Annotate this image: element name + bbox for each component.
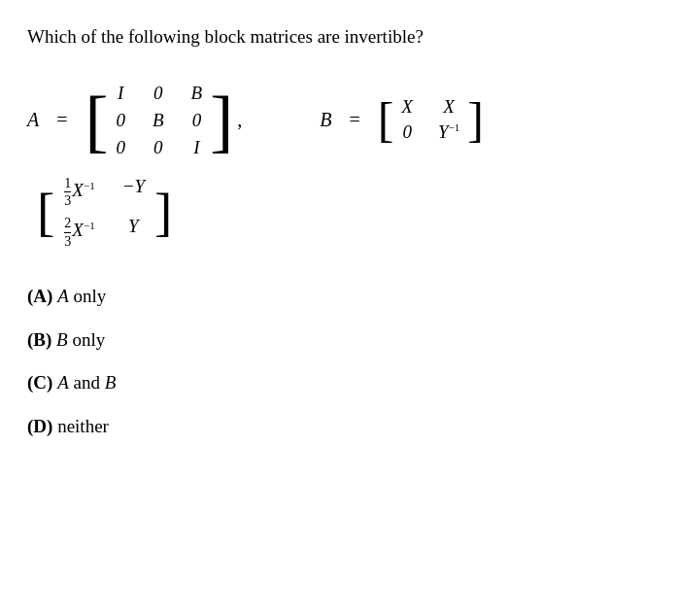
choice-b-label: (B) — [27, 329, 51, 350]
r22: Y — [122, 216, 145, 249]
bracket-right-a: ] — [210, 86, 233, 155]
matrix-b-label: B — [320, 109, 331, 131]
matrices-row: A = [ I 0 B 0 B 0 0 0 I ] , B = [ X — [27, 79, 653, 162]
a31: 0 — [116, 137, 125, 158]
choice-a-text: A only — [57, 286, 106, 306]
a12: 0 — [153, 83, 164, 104]
matrix-a-expr: A = [ I 0 B 0 B 0 0 0 I ] , — [27, 79, 242, 162]
r11: 13X−1 — [64, 176, 94, 209]
choices: (A) A only (B) B only (C) A and B (D) ne… — [27, 284, 653, 439]
matrix-a-label: A — [27, 109, 39, 131]
bracket-right-b: ] — [467, 95, 484, 144]
bracket-left-b: [ — [378, 95, 394, 144]
result-matrix: [ 13X−1 −Y 23X−1 Y ] — [37, 170, 653, 256]
matrix-b-wrap: [ X X 0 Y−1 ] — [378, 92, 484, 147]
choice-d: (D) neither — [27, 414, 653, 440]
matrix-a-grid: I 0 B 0 B 0 0 0 I — [108, 79, 210, 162]
choice-c-text: A and B — [57, 372, 116, 393]
choice-d-label: (D) — [27, 416, 52, 436]
b11: X — [401, 96, 413, 118]
choice-b: (B) B only — [27, 327, 653, 354]
result-grid: 13X−1 −Y 23X−1 Y — [54, 170, 154, 256]
a22: B — [153, 110, 164, 131]
r12: −Y — [122, 176, 145, 209]
b22: Y−1 — [438, 121, 459, 143]
a11: I — [116, 83, 125, 104]
choice-c: (C) A and B — [27, 370, 653, 396]
bracket-right-r: ] — [154, 186, 172, 239]
matrix-b-expr: B = [ X X 0 Y−1 ] — [320, 92, 484, 147]
a32: 0 — [153, 137, 164, 158]
choice-a-label: (A) — [27, 286, 52, 306]
a23: 0 — [191, 110, 203, 131]
equals-b: = — [349, 109, 359, 131]
a33: I — [191, 137, 203, 158]
bracket-left-a: [ — [85, 86, 109, 155]
r21: 23X−1 — [64, 216, 94, 249]
bracket-left-r: [ — [37, 186, 54, 239]
result-wrap: [ 13X−1 −Y 23X−1 Y ] — [37, 170, 172, 256]
equals-a: = — [56, 109, 67, 131]
b21: 0 — [401, 121, 413, 143]
question-text: Which of the following block matrices ar… — [27, 23, 653, 51]
choice-b-text: B only — [56, 329, 105, 350]
a21: 0 — [116, 110, 125, 131]
matrix-a-wrap: [ I 0 B 0 B 0 0 0 I ] — [85, 79, 234, 162]
choice-a: (A) A only — [27, 284, 653, 310]
choice-d-text: neither — [57, 416, 109, 436]
choice-c-label: (C) — [27, 372, 52, 393]
a13: B — [191, 83, 203, 104]
comma-a: , — [237, 109, 242, 131]
b12: X — [438, 96, 459, 118]
matrix-b-grid: X X 0 Y−1 — [393, 92, 467, 147]
